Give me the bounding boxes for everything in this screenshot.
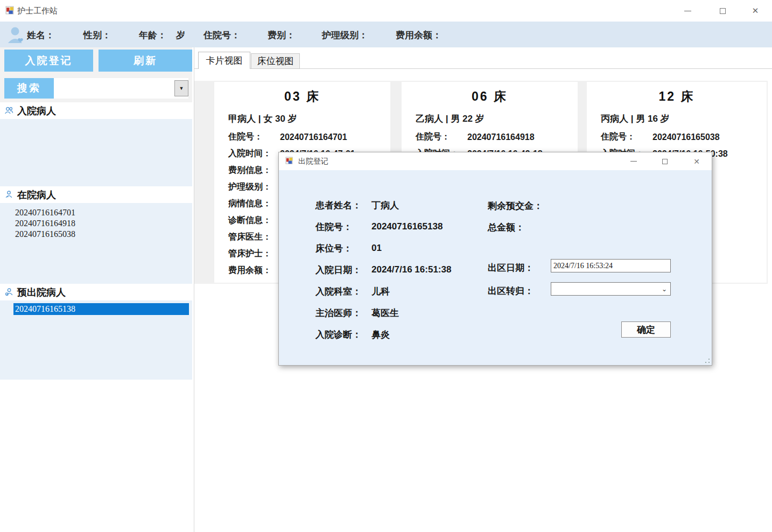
- dialog-maximize-button[interactable]: [653, 152, 677, 170]
- search-dropdown-button[interactable]: ▼: [174, 80, 188, 96]
- hospital-no-label: 住院号：: [203, 29, 240, 41]
- search-button[interactable]: 搜索: [4, 78, 54, 99]
- admitted-patients-icon: [4, 106, 13, 115]
- total-amount-label: 总金额：: [488, 221, 524, 234]
- card-field-label: 病情信息：: [228, 198, 280, 209]
- search-input[interactable]: [54, 78, 188, 99]
- patient-summary: 甲病人 | 女 30 岁: [228, 113, 386, 125]
- in-hospital-patients-icon: [4, 190, 13, 199]
- card-field-value: 20240716165038: [652, 132, 720, 142]
- resize-grip[interactable]: [705, 358, 710, 363]
- card-field-label: 管床护士：: [228, 248, 280, 260]
- field-value: 葛医生: [371, 307, 399, 319]
- patient-summary: 丙病人 | 男 16 岁: [601, 113, 762, 125]
- card-field-label: 护理级别：: [228, 181, 280, 193]
- field-label: 住院号：: [315, 221, 371, 233]
- section-title: 入院病人: [17, 104, 56, 117]
- section-header-in-hospital: 在院病人: [0, 186, 192, 203]
- window-titlebar: 护士工作站 ✕: [0, 0, 772, 22]
- section-header-pre-discharge: 预出院病人: [0, 284, 192, 300]
- maximize-button[interactable]: [710, 0, 735, 22]
- nursing-level-label: 护理级别：: [322, 29, 368, 41]
- field-label: 入院日期：: [315, 264, 371, 276]
- card-field-label: 费用余额：: [228, 265, 280, 276]
- pre-discharge-patients-icon: [4, 288, 13, 297]
- card-field-label: 住院号：: [228, 131, 280, 143]
- chevron-down-icon: ▼: [179, 86, 184, 91]
- app-window: 护士工作站 ✕ 姓名： 性别： 年龄： 岁 住院号： 费别： 护理级别： 费用余…: [0, 0, 772, 532]
- chevron-down-icon: ⌄: [662, 285, 667, 293]
- discharge-outcome-label: 出区转归：: [488, 285, 534, 297]
- field-value: 丁病人: [371, 199, 399, 212]
- discharge-date-label: 出区日期：: [488, 262, 534, 274]
- discharge-dialog: 出院登记 ✕ 患者姓名：丁病人 住院号：20240716165138 床位号：0…: [278, 152, 712, 366]
- field-label: 床位号：: [315, 242, 371, 255]
- in-hospital-patients-list[interactable]: 20240716164701 20240716164918 2024071616…: [0, 203, 192, 284]
- card-field-row: 住院号：20240716164701: [228, 129, 386, 145]
- field-value: 20240716165138: [371, 221, 443, 232]
- fee-type-label: 费别：: [268, 29, 295, 41]
- field-label: 患者姓名：: [315, 199, 371, 212]
- card-field-value: 20240716164918: [467, 132, 535, 142]
- admission-register-button[interactable]: 入院登记: [4, 50, 93, 72]
- field-label: 主治医师：: [315, 307, 371, 319]
- card-field-value: 20240716164701: [280, 132, 347, 142]
- bed-number: 12 床: [601, 88, 753, 105]
- card-field-label: 管床医生：: [228, 232, 280, 243]
- dialog-left-fields: 患者姓名：丁病人 住院号：20240716165138 床位号：01 入院日期：…: [315, 194, 451, 345]
- refresh-button[interactable]: 刷新: [99, 50, 192, 72]
- tab-bed-view[interactable]: 床位视图: [251, 53, 300, 69]
- dialog-titlebar: 出院登记 ✕: [279, 152, 712, 170]
- card-field-row: 住院号：20240716165038: [601, 129, 762, 145]
- age-unit-label: 岁: [176, 29, 185, 41]
- app-icon: [5, 6, 15, 15]
- minimize-button[interactable]: [675, 0, 700, 22]
- list-item-selected[interactable]: 20240716165138: [13, 303, 189, 315]
- field-label: 入院科室：: [315, 285, 371, 298]
- list-item[interactable]: 20240716164701: [0, 207, 192, 218]
- discharge-date-input[interactable]: [551, 259, 671, 272]
- tab-card-view[interactable]: 卡片视图: [198, 52, 250, 69]
- card-field-label: 诊断信息：: [228, 215, 280, 226]
- close-button[interactable]: ✕: [743, 0, 768, 22]
- window-title: 护士工作站: [17, 6, 58, 16]
- dialog-title: 出院登记: [298, 157, 328, 166]
- name-label: 姓名：: [27, 29, 54, 41]
- fee-balance-label: 费用余额：: [396, 29, 441, 41]
- field-value: 2024/7/16 16:51:38: [371, 264, 451, 275]
- gender-label: 性别：: [83, 29, 111, 41]
- field-value: 儿科: [371, 285, 390, 298]
- patient-summary: 乙病人 | 男 22 岁: [416, 113, 573, 125]
- pre-discharge-patients-list[interactable]: 20240716165138: [0, 300, 192, 380]
- admitted-patients-list[interactable]: [0, 119, 192, 186]
- section-header-admitted: 入院病人: [0, 102, 192, 119]
- card-field-row: 住院号：20240716164918: [416, 129, 573, 145]
- card-field-label: 入院时间：: [228, 148, 280, 159]
- dialog-minimize-button[interactable]: [622, 152, 645, 170]
- dialog-icon: [285, 157, 293, 165]
- confirm-button[interactable]: 确定: [621, 321, 671, 338]
- discharge-outcome-select[interactable]: ⌄: [551, 282, 671, 296]
- card-field-label: 费别信息：: [228, 165, 280, 176]
- remaining-deposit-label: 剩余预交金：: [488, 200, 543, 212]
- section-title: 预出院病人: [17, 286, 66, 299]
- card-field-label: 住院号：: [601, 131, 652, 143]
- age-label: 年龄：: [139, 29, 166, 41]
- list-item[interactable]: 20240716165038: [0, 229, 192, 240]
- bed-number: 03 床: [228, 88, 376, 105]
- patient-info-bar: 姓名： 性别： 年龄： 岁 住院号： 费别： 护理级别： 费用余额：: [0, 22, 772, 47]
- field-value: 01: [371, 243, 382, 254]
- field-value: 鼻炎: [371, 328, 390, 341]
- field-label: 入院诊断：: [315, 328, 371, 341]
- bed-number: 06 床: [416, 88, 564, 105]
- list-item[interactable]: 20240716164918: [0, 218, 192, 229]
- patient-icon: [6, 26, 26, 44]
- card-field-label: 住院号：: [416, 131, 467, 143]
- section-title: 在院病人: [17, 188, 56, 201]
- dialog-close-button[interactable]: ✕: [685, 152, 708, 170]
